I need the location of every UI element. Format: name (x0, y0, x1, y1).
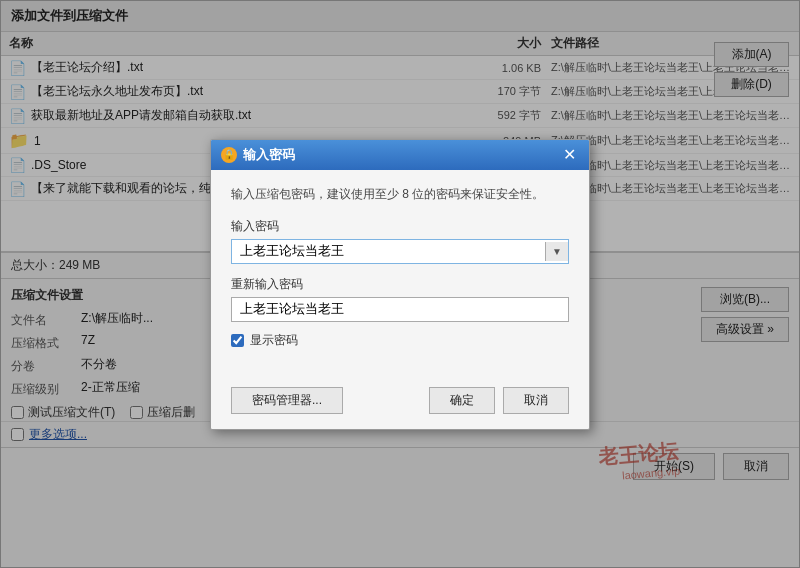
dialog-footer-right: 确定 取消 (429, 387, 569, 414)
dialog-footer: 密码管理器... 确定 取消 (211, 379, 589, 429)
dialog-cancel-button[interactable]: 取消 (503, 387, 569, 414)
show-password-checkbox[interactable] (231, 334, 244, 347)
dialog-field1-row: ▼ (231, 239, 569, 264)
password-input[interactable] (232, 240, 545, 263)
show-password-row: 显示密码 (231, 332, 569, 349)
password-dropdown-btn[interactable]: ▼ (545, 242, 568, 261)
dialog-close-button[interactable]: ✕ (560, 147, 579, 163)
dialog-ok-button[interactable]: 确定 (429, 387, 495, 414)
dialog-title-left: 🔒 输入密码 (221, 146, 295, 164)
show-password-label: 显示密码 (250, 332, 298, 349)
dialog-title-bar: 🔒 输入密码 ✕ (211, 140, 589, 170)
dialog-field2-label: 重新输入密码 (231, 276, 569, 293)
dialog-title-text: 输入密码 (243, 146, 295, 164)
password-manager-button[interactable]: 密码管理器... (231, 387, 343, 414)
dialog-description: 输入压缩包密码，建议使用至少 8 位的密码来保证安全性。 (231, 185, 569, 203)
confirm-password-input[interactable] (231, 297, 569, 322)
dialog-body: 输入压缩包密码，建议使用至少 8 位的密码来保证安全性。 输入密码 ▼ 重新输入… (211, 170, 589, 379)
dialog-lock-icon: 🔒 (221, 147, 237, 163)
modal-overlay: 🔒 输入密码 ✕ 输入压缩包密码，建议使用至少 8 位的密码来保证安全性。 输入… (0, 0, 800, 568)
dialog-footer-left: 密码管理器... (231, 387, 343, 414)
password-dialog: 🔒 输入密码 ✕ 输入压缩包密码，建议使用至少 8 位的密码来保证安全性。 输入… (210, 139, 590, 430)
dialog-field1-label: 输入密码 (231, 218, 569, 235)
